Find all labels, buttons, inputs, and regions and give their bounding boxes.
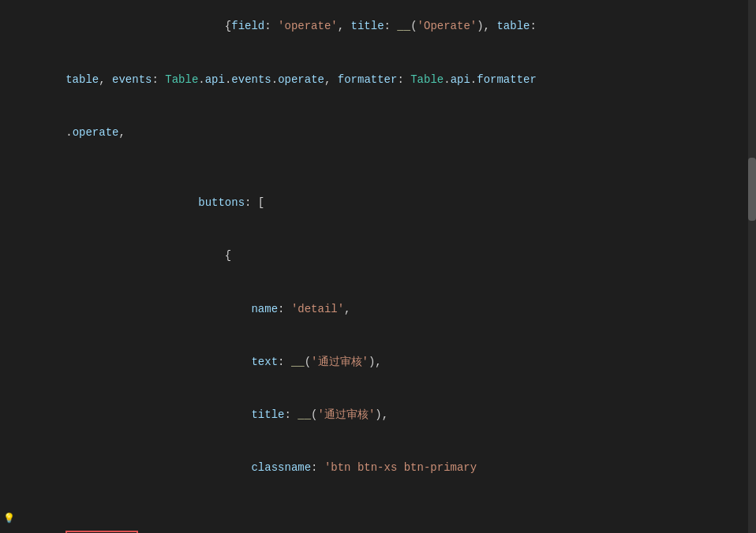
code-line-6: name: 'detail',	[0, 282, 756, 335]
code-line-5: {	[0, 229, 756, 282]
code-line-empty1	[0, 159, 756, 177]
code-line-8: title: __('通过审核'),	[0, 389, 756, 442]
code-line-3: .operate,	[0, 106, 756, 158]
code-line-9: classname: 'btn btn-xs btn-primary	[0, 442, 756, 494]
code-editor: {field: 'operate', title: __('Operate'),…	[0, 0, 756, 533]
code-line-1: {field: 'operate', title: __('Operate'),…	[0, 0, 756, 53]
code-line-10: 💡 btn-ajax',	[0, 494, 756, 533]
code-line-4: buttons: [	[0, 177, 756, 229]
code-line-2: table, events: Table.api.events.operate,…	[0, 53, 756, 106]
code-content: {field: 'operate', title: __('Operate'),…	[0, 0, 756, 533]
scrollbar[interactable]	[748, 0, 756, 533]
lightbulb-icon: 💡	[3, 512, 15, 527]
code-line-7: text: __('通过审核'),	[0, 335, 756, 388]
scrollbar-thumb[interactable]	[748, 158, 756, 221]
code-text	[65, 20, 225, 32]
